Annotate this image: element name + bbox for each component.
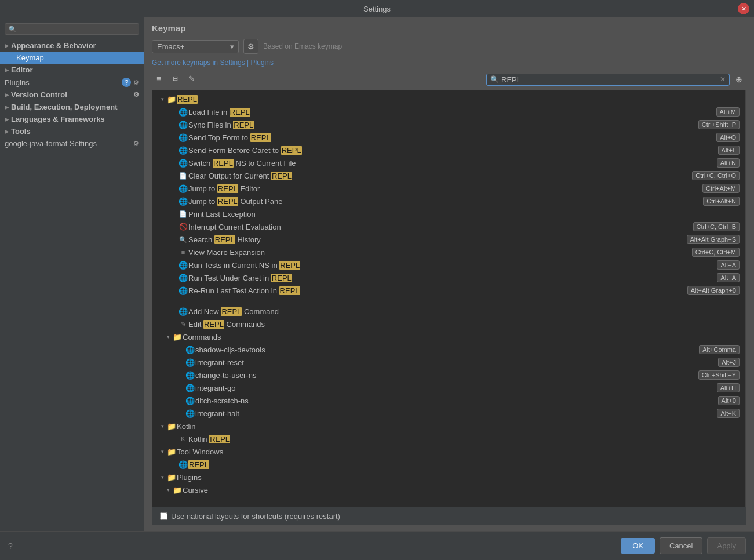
tree-shortcut: Ctrl+Shift+Y	[698, 371, 745, 379]
sidebar-item-plugins[interactable]: Plugins ? ⚙	[0, 76, 144, 89]
chevron-right-icon: ▶	[5, 104, 9, 110]
tree-row[interactable]: 🌐 Send Top Form to REPL Alt+O	[152, 131, 745, 144]
tree-row[interactable]: 🌐 integrant-halt Alt+K	[152, 407, 745, 420]
apply-button[interactable]: Apply	[707, 537, 746, 554]
tree-row[interactable]: ▾ 📁 Commands	[152, 330, 745, 343]
main-content: 🔍 ▶ Appearance & Behavior Keymap ▶ Edito…	[0, 17, 754, 531]
tree-row[interactable]: 🌐 integrant-reset Alt+J	[152, 356, 745, 369]
tree-row[interactable]: 🌐 Run Tests in Current NS in REPL Alt+A	[152, 259, 745, 271]
tree-row[interactable]: ▾ 📁 Tool Windows	[152, 445, 745, 458]
tree-label: Load File in REPL	[188, 108, 716, 117]
tree-row[interactable]: 🌐 Add New REPL Command	[152, 305, 745, 318]
sidebar-item-version-control[interactable]: ▶ Version Control ⚙	[0, 89, 144, 101]
search-input[interactable]	[501, 75, 720, 84]
sidebar-item-languages[interactable]: ▶ Languages & Frameworks	[0, 113, 144, 125]
tree-row[interactable]: ✎ Edit REPL Commands	[152, 318, 745, 330]
pencil-icon: ✎	[178, 321, 188, 328]
tree-row[interactable]: 🌐 Re-Run Last Test Action in REPL Alt+Al…	[152, 284, 745, 297]
config-icon[interactable]: ⚙	[133, 91, 139, 99]
keymap-gear-button[interactable]: ⚙	[243, 39, 258, 54]
tree-row[interactable]: 📄 Clear Output for Current REPL Ctrl+C, …	[152, 169, 745, 182]
tree-toggle[interactable]: ▾	[164, 487, 172, 493]
sidebar-item-google-java[interactable]: google-java-format Settings ⚙	[0, 137, 144, 150]
plugins-link[interactable]: Plugins	[251, 59, 274, 67]
toolbar: ≡ ⊟ ✎	[152, 71, 198, 85]
config-icon[interactable]: ⚙	[133, 140, 139, 147]
tree-row[interactable]: 🌐 integrant-go Alt+H	[152, 381, 745, 394]
folder-icon: 📁	[166, 422, 177, 431]
globe-icon: 🌐	[178, 307, 188, 316]
globe-icon: 🌐	[185, 358, 195, 367]
config-icon[interactable]: ⚙	[133, 79, 139, 86]
tree-row[interactable]: 🌐 Send Form Before Caret to REPL Alt+L	[152, 144, 745, 157]
keymap-select[interactable]: Emacs+	[152, 40, 239, 53]
cancel-button[interactable]: Cancel	[660, 537, 702, 554]
globe-icon: 🌐	[178, 133, 188, 142]
tree-label: View Macro Expansion	[188, 248, 692, 257]
national-layouts-checkbox-wrap[interactable]: Use national layouts for shortcuts (requ…	[160, 512, 340, 521]
tree-toggle[interactable]: ▾	[158, 96, 166, 102]
tree-row[interactable]: K Kotlin REPL	[152, 432, 745, 445]
help-icon[interactable]: ?	[8, 541, 13, 551]
keymap-links: Get more keymaps in Settings | Plugins	[152, 59, 746, 67]
sidebar-item-appearance[interactable]: ▶ Appearance & Behavior	[0, 39, 144, 52]
tree-row[interactable]: 🌐 Jump to REPL Output Pane Ctrl+Alt+N	[152, 195, 745, 208]
panel-title: Keymap	[152, 23, 746, 33]
toolbar-row: ≡ ⊟ ✎ 🔍 ✕ ⊕	[152, 71, 746, 88]
chevron-right-icon: ▶	[5, 92, 9, 98]
sidebar-search-input[interactable]	[19, 25, 135, 33]
tree-row[interactable]: ≡ View Macro Expansion Ctrl+C, Ctrl+M	[152, 246, 745, 259]
tree-toggle[interactable]: ▾	[158, 474, 166, 480]
tree-row[interactable]: 🌐 change-to-user-ns Ctrl+Shift+Y	[152, 369, 745, 381]
sidebar-item-label: Keymap	[16, 53, 44, 62]
tree-row[interactable]: 🌐 Jump to REPL Editor Ctrl+Alt+M	[152, 182, 745, 195]
tree-row[interactable]: 🔍 Search REPL History Alt+Alt Graph+S	[152, 233, 745, 246]
separator-row: ——————	[152, 297, 745, 305]
tree-row[interactable]: ▾ 📁 REPL	[152, 93, 745, 106]
search-icon: 🔍	[9, 26, 17, 33]
ok-button[interactable]: OK	[621, 538, 655, 554]
tree-row[interactable]: 🌐 Load File in REPL Alt+M	[152, 106, 745, 118]
tree-row[interactable]: 🌐 ditch-scratch-ns Alt+0	[152, 394, 745, 407]
tree-label: Jump to REPL Editor	[188, 184, 702, 193]
tree-shortcut: Alt+N	[717, 159, 745, 167]
sidebar-item-build[interactable]: ▶ Build, Execution, Deployment	[0, 101, 144, 113]
sidebar-item-label: Version Control	[11, 90, 131, 99]
chevron-right-icon: ▶	[5, 43, 9, 49]
tree-toggle[interactable]: ▾	[164, 334, 172, 340]
tree-row[interactable]: ▾ 📁 Cursive	[152, 483, 745, 496]
keymap-select-wrap: Emacs+	[152, 40, 239, 53]
sidebar-search[interactable]: 🔍	[5, 23, 139, 35]
national-layouts-checkbox[interactable]	[160, 512, 167, 520]
tree-row[interactable]: ▾ 📁 Kotlin	[152, 420, 745, 432]
sidebar-item-editor[interactable]: ▶ Editor	[0, 64, 144, 76]
tree-row[interactable]: 🌐 Run Test Under Caret in REPL Alt+Ā	[152, 271, 745, 284]
find-action-button[interactable]: ⊕	[732, 72, 746, 86]
expand-all-button[interactable]: ≡	[152, 71, 166, 85]
tree-toggle[interactable]: ▾	[158, 423, 166, 429]
tree-row[interactable]: 🌐 shadow-cljs-devtools Alt+Comma	[152, 343, 745, 356]
help-badge[interactable]: ?	[122, 78, 131, 87]
tree-label: Cursive	[183, 486, 745, 494]
tree-label: ditch-scratch-ns	[195, 397, 718, 405]
globe-icon: 🌐	[178, 197, 188, 206]
globe-icon: 🌐	[185, 346, 195, 354]
tree-row[interactable]: 🚫 Interrupt Current Evaluation Ctrl+C, C…	[152, 220, 745, 233]
tree-label: Plugins	[177, 473, 745, 482]
sidebar-item-keymap[interactable]: Keymap	[0, 52, 144, 64]
tree-row[interactable]: 🌐 Switch REPL NS to Current File Alt+N	[152, 157, 745, 169]
close-button[interactable]: ✕	[738, 3, 749, 14]
sidebar-item-tools[interactable]: ▶ Tools	[0, 125, 144, 137]
lines-icon: ≡	[178, 249, 188, 256]
tree-row[interactable]: 🌐 REPL	[152, 458, 745, 471]
collapse-all-button[interactable]: ⊟	[168, 71, 182, 85]
clear-search-button[interactable]: ✕	[720, 75, 726, 83]
tree-row[interactable]: ▾ 📁 Plugins	[152, 471, 745, 483]
tree-label: shadow-cljs-devtools	[195, 346, 699, 354]
tree-toggle[interactable]: ▾	[158, 449, 166, 454]
tree-row[interactable]: 🌐 Sync Files in REPL Ctrl+Shift+P	[152, 118, 745, 131]
tree-row[interactable]: 📄 Print Last Exception	[152, 208, 745, 220]
edit-shortcut-button[interactable]: ✎	[184, 71, 198, 85]
get-more-keymaps-link[interactable]: Get more keymaps in Settings	[152, 59, 245, 67]
sidebar-item-label: Appearance & Behavior	[11, 41, 96, 50]
